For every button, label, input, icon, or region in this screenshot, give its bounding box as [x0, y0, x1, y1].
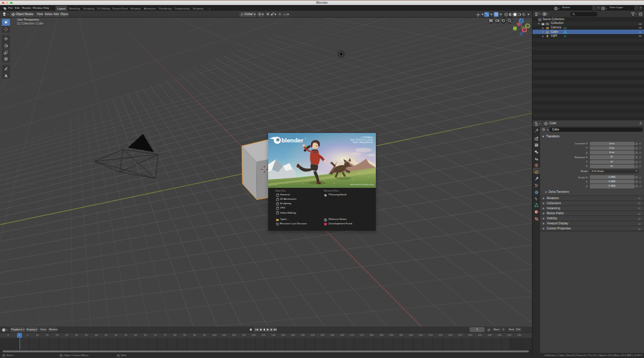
- svg-text:™: ™: [305, 137, 307, 139]
- svg-text:Hash: 3f6eae2b513e: Hash: 3f6eae2b513e: [353, 141, 373, 143]
- svg-text:blender: blender: [281, 137, 303, 144]
- svg-text:Z: Z: [520, 19, 522, 23]
- svg-text:meet henrik the hiking viking: meet henrik the hiking viking: [350, 183, 374, 186]
